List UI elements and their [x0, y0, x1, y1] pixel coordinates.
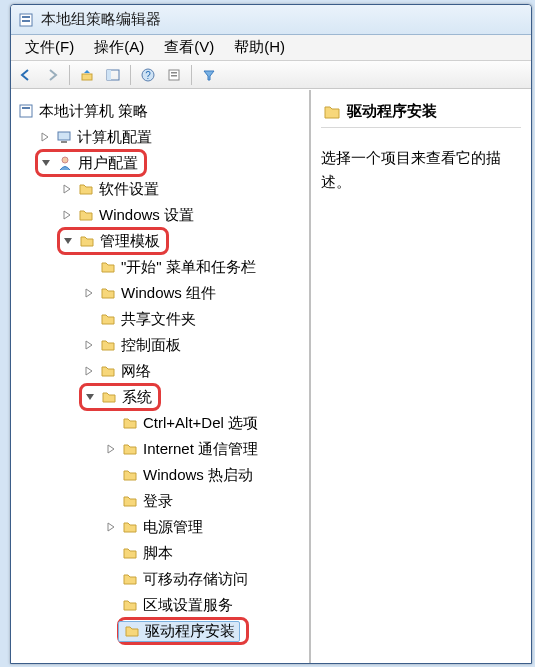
svg-rect-3 [82, 74, 92, 80]
tree-label: 软件设置 [99, 180, 159, 199]
collapse-icon[interactable] [84, 391, 96, 403]
tree-control-panel[interactable]: 控制面板 [81, 332, 305, 358]
filter-button[interactable] [198, 64, 220, 86]
tree-label: 管理模板 [100, 232, 160, 251]
tree-label: 计算机配置 [77, 128, 152, 147]
tree-label: 区域设置服务 [143, 596, 233, 615]
svg-rect-14 [61, 141, 67, 143]
collapse-icon[interactable] [62, 235, 74, 247]
tree-windows-settings[interactable]: Windows 设置 [59, 202, 305, 228]
tree-label: 电源管理 [143, 518, 203, 537]
tree-driver-install[interactable]: 驱动程序安装 [103, 618, 305, 644]
tree-label: "开始" 菜单和任务栏 [121, 258, 256, 277]
show-hide-tree-button[interactable] [102, 64, 124, 86]
tree-label: Windows 组件 [121, 284, 216, 303]
toolbar-separator [69, 65, 70, 85]
highlight-box: 管理模板 [57, 227, 169, 255]
highlight-box: 用户配置 [35, 149, 147, 177]
tree-locale-services[interactable]: 区域设置服务 [103, 592, 305, 618]
menu-action[interactable]: 操作(A) [84, 36, 154, 59]
selected-item: 驱动程序安装 [118, 621, 240, 642]
tree-label: 控制面板 [121, 336, 181, 355]
expand-icon[interactable] [61, 209, 73, 221]
tree-power-mgmt[interactable]: 电源管理 [103, 514, 305, 540]
tree-label: 共享文件夹 [121, 310, 196, 329]
menu-view[interactable]: 查看(V) [154, 36, 224, 59]
tree-pane[interactable]: 本地计算机 策略 计算机配置 [11, 90, 311, 663]
folder-icon [99, 258, 117, 276]
tree-logon[interactable]: 登录 [103, 488, 305, 514]
folder-icon [121, 596, 139, 614]
svg-rect-5 [107, 70, 111, 80]
tree-label: Windows 热启动 [143, 466, 253, 485]
expand-icon[interactable] [39, 131, 51, 143]
tree-user-config[interactable]: 用户配置 [37, 150, 305, 176]
window: 本地组策略编辑器 文件(F) 操作(A) 查看(V) 帮助(H) ? 本地计算机… [10, 4, 532, 664]
forward-button[interactable] [41, 64, 63, 86]
help-button[interactable]: ? [137, 64, 159, 86]
folder-icon [323, 103, 341, 121]
tree-start-taskbar[interactable]: "开始" 菜单和任务栏 [81, 254, 305, 280]
tree-removable-storage[interactable]: 可移动存储访问 [103, 566, 305, 592]
tree-label: Ctrl+Alt+Del 选项 [143, 414, 258, 433]
tree-software-settings[interactable]: 软件设置 [59, 176, 305, 202]
content-area: 本地计算机 策略 计算机配置 [11, 89, 531, 663]
svg-text:?: ? [145, 70, 151, 81]
detail-header: 驱动程序安装 [321, 98, 521, 128]
svg-rect-9 [171, 72, 177, 74]
expand-icon[interactable] [83, 339, 95, 351]
tree-network[interactable]: 网络 [81, 358, 305, 384]
menu-help[interactable]: 帮助(H) [224, 36, 295, 59]
highlight-box: 系统 [79, 383, 161, 411]
folder-icon [100, 388, 118, 406]
tree-computer-config[interactable]: 计算机配置 [37, 124, 305, 150]
collapse-icon[interactable] [40, 157, 52, 169]
folder-icon [121, 570, 139, 588]
expand-icon[interactable] [105, 521, 117, 533]
computer-icon [55, 128, 73, 146]
expand-icon[interactable] [105, 443, 117, 455]
menu-file[interactable]: 文件(F) [15, 36, 84, 59]
folder-icon [121, 492, 139, 510]
folder-icon [77, 206, 95, 224]
tree-admin-templates[interactable]: 管理模板 [59, 228, 305, 254]
svg-rect-10 [171, 75, 177, 77]
tree-label: 用户配置 [78, 154, 138, 173]
detail-title: 驱动程序安装 [347, 102, 437, 121]
tree-windows-hotstart[interactable]: Windows 热启动 [103, 462, 305, 488]
detail-body: 选择一个项目来查看它的描述。 [321, 128, 521, 194]
expand-icon[interactable] [83, 365, 95, 377]
tree-root[interactable]: 本地计算机 策略 [15, 98, 305, 124]
tree-label: 网络 [121, 362, 151, 381]
back-button[interactable] [15, 64, 37, 86]
title-bar: 本地组策略编辑器 [11, 5, 531, 35]
expand-icon[interactable] [83, 287, 95, 299]
expand-icon[interactable] [61, 183, 73, 195]
policy-icon [17, 102, 35, 120]
tree-windows-components[interactable]: Windows 组件 [81, 280, 305, 306]
tree-label: Internet 通信管理 [143, 440, 258, 459]
tree-label: 系统 [122, 388, 152, 407]
svg-point-15 [62, 157, 68, 163]
tree-scripts[interactable]: 脚本 [103, 540, 305, 566]
tree-system[interactable]: 系统 [81, 384, 305, 410]
up-button[interactable] [76, 64, 98, 86]
detail-pane: 驱动程序安装 选择一个项目来查看它的描述。 [311, 90, 531, 663]
tree-internet-comm[interactable]: Internet 通信管理 [103, 436, 305, 462]
tree-ctrl-alt-del[interactable]: Ctrl+Alt+Del 选项 [103, 410, 305, 436]
properties-button[interactable] [163, 64, 185, 86]
tree-shared-folders[interactable]: 共享文件夹 [81, 306, 305, 332]
window-title: 本地组策略编辑器 [41, 10, 161, 29]
folder-icon [121, 544, 139, 562]
folder-icon [78, 232, 96, 250]
toolbar-separator [130, 65, 131, 85]
folder-icon [99, 310, 117, 328]
folder-icon [121, 518, 139, 536]
menu-bar: 文件(F) 操作(A) 查看(V) 帮助(H) [11, 35, 531, 61]
folder-icon [121, 414, 139, 432]
tree-label: 登录 [143, 492, 173, 511]
svg-rect-1 [22, 16, 30, 18]
folder-icon [121, 440, 139, 458]
tree-label: Windows 设置 [99, 206, 194, 225]
folder-icon [123, 622, 141, 640]
